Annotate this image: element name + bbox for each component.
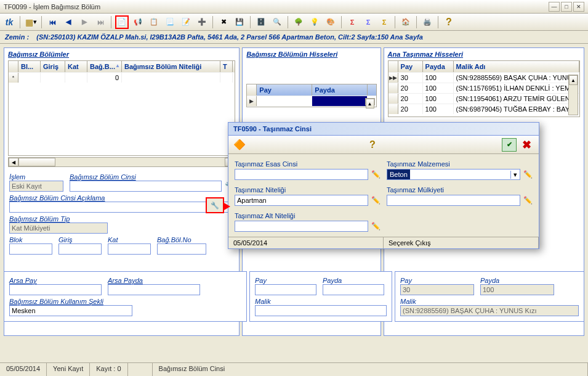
maximize-button[interactable]: □: [561, 2, 572, 12]
doc1-button[interactable]: 📃: [163, 15, 177, 29]
announce-button[interactable]: 📢: [131, 15, 145, 29]
new-record-button[interactable]: 📄: [115, 15, 129, 29]
col-t[interactable]: T: [220, 61, 233, 72]
app-logo-icon: tk: [2, 15, 16, 29]
scroll-up-icon[interactable]: ▲: [569, 75, 578, 85]
palette-button[interactable]: 🎨: [324, 15, 337, 29]
alt-label: Taşınmaz Alt Niteliği: [235, 212, 381, 219]
table-row[interactable]: 20100(SN:11576951) İLHAN DENKLİ : YEME: [389, 83, 579, 93]
alt-field[interactable]: [235, 221, 368, 232]
esas-edit-icon[interactable]: ✏️: [371, 170, 381, 179]
col-bagb[interactable]: Bağ.B...▲: [87, 61, 122, 72]
mulkiyet-edit-icon[interactable]: ✏️: [523, 195, 533, 205]
col-pay[interactable]: Pay: [257, 84, 312, 96]
minimize-button[interactable]: —: [549, 2, 560, 12]
giris-field[interactable]: [58, 243, 102, 255]
esas-label: Taşınmaz Esas Cinsi: [235, 160, 381, 168]
kullanim-field[interactable]: [9, 305, 132, 316]
arsapayda-label: Arsa Payda: [108, 277, 200, 284]
doc2-button[interactable]: 📝: [179, 15, 193, 29]
dropdown-icon[interactable]: ▾: [510, 171, 520, 179]
dialog-title[interactable]: TF0590 - Taşınmaz Cinsi: [228, 123, 539, 136]
dialog-logo-icon: 🔶: [233, 139, 246, 150]
blok-field[interactable]: [9, 243, 52, 255]
nav-prev-button[interactable]: ◀: [62, 15, 75, 29]
dialog-tasinmaz-cinsi: TF0590 - Taşınmaz Cinsi 🔶 ? ✔ ✖ Taşınmaz…: [228, 122, 539, 249]
hscroll[interactable]: ◀ ▶: [8, 157, 235, 167]
grid-row[interactable]: * 0: [9, 72, 235, 83]
arsapayda-field[interactable]: [108, 284, 200, 295]
col-giris[interactable]: Giriş: [41, 61, 65, 72]
bulb-button[interactable]: 💡: [308, 15, 321, 29]
dialog-cancel-button[interactable]: ✖: [519, 138, 534, 152]
grid-bolumler[interactable]: Bl... Giriş Kat Bağ.B...▲ Bağımsız Bölüm…: [8, 60, 235, 156]
sum2-button[interactable]: Σ: [361, 15, 375, 29]
row-indicator: ▶: [247, 96, 257, 106]
grid-row[interactable]: ▶: [247, 96, 376, 106]
vscroll[interactable]: ▲: [365, 98, 375, 105]
grid-hisseler[interactable]: Pay Payda ▶ ▲: [246, 84, 376, 107]
help-button[interactable]: ?: [442, 15, 456, 29]
col-payda[interactable]: Payda: [312, 84, 368, 96]
dialog-toolbar: 🔶 ? ✔ ✖: [228, 136, 539, 154]
tip-field: [9, 223, 108, 234]
bno-field[interactable]: [157, 243, 206, 255]
cinsi-field[interactable]: [70, 181, 222, 192]
table-row[interactable]: 20100(SN:69879045) TUĞBA ERBAY : BAYF: [389, 104, 579, 114]
col-malik[interactable]: Malik Adı: [454, 61, 579, 72]
aciklama-field[interactable]: [9, 202, 234, 213]
dialog-ok-button[interactable]: ✔: [502, 138, 517, 152]
nav-last-button[interactable]: ⏭: [94, 15, 107, 29]
col-payda[interactable]: Payda: [423, 61, 454, 72]
callout-arrow: 🔧: [206, 197, 224, 213]
kat-field[interactable]: [108, 243, 151, 255]
nav-first-button[interactable]: ⏮: [46, 15, 59, 29]
save-button[interactable]: 💾: [233, 15, 246, 29]
table-row[interactable]: ▶30100(SN:92885569) BAŞAK ÇUHA : YUNUS: [389, 72, 579, 83]
alt-edit-icon[interactable]: ✏️: [371, 221, 381, 231]
row-indicator: ▶: [389, 73, 398, 83]
calendar-button[interactable]: ▾: [24, 15, 38, 29]
pay-field[interactable]: [255, 284, 316, 295]
copy-button[interactable]: 📋: [147, 15, 161, 29]
sum3-button[interactable]: Σ: [377, 15, 391, 29]
print-button[interactable]: 🖨️: [421, 15, 434, 29]
nitelik-edit-icon[interactable]: ✏️: [371, 195, 381, 205]
nitelik-label: Taşınmaz Niteliği: [235, 186, 381, 194]
tree-button[interactable]: 🌳: [292, 15, 305, 29]
scroll-left-icon[interactable]: ◀: [9, 158, 18, 166]
scroll-up-icon[interactable]: ▲: [366, 99, 374, 108]
nitelik-field[interactable]: [235, 195, 368, 206]
nav-next-button[interactable]: ▶: [78, 15, 91, 29]
status-bar: 05/05/2014 Yeni Kayıt Kayıt : 0 Bağımsız…: [0, 362, 588, 376]
arsapay-field[interactable]: [9, 284, 102, 295]
col-nitelik[interactable]: Bağımsız Bölüm Niteliği: [122, 61, 220, 72]
status-count: Kayıt : 0: [90, 363, 127, 376]
vscroll[interactable]: ▲: [568, 75, 578, 115]
malzeme-edit-icon[interactable]: ✏️: [523, 170, 533, 179]
kullanim-label: Bağımsız Bölüm Kullanım Şekli: [9, 298, 241, 305]
table-row[interactable]: 20100(SN:11954061) ARZU TEMİR GÜLENÇ: [389, 93, 579, 104]
payda-field[interactable]: [323, 284, 384, 295]
db-button[interactable]: 🗄️: [254, 15, 268, 29]
plus-button[interactable]: ➕: [195, 15, 209, 29]
grid-ana-hisseler[interactable]: Pay Payda Malik Adı ▶30100(SN:92885569) …: [388, 60, 580, 117]
col-kat[interactable]: Kat: [65, 61, 87, 72]
home-button[interactable]: 🏠: [399, 15, 413, 29]
info-label: Zemin :: [5, 33, 29, 41]
esas-field[interactable]: [235, 169, 368, 180]
col-bl[interactable]: Bl...: [18, 61, 41, 72]
row-indicator-head: [247, 84, 257, 96]
malik-field[interactable]: [255, 305, 387, 316]
filter-button[interactable]: 🔍: [270, 15, 284, 29]
malzeme-value: Beton: [387, 170, 410, 179]
payda-field: [480, 284, 554, 295]
close-button[interactable]: ✕: [573, 2, 584, 12]
mulkiyet-field[interactable]: [387, 195, 520, 206]
sum1-button[interactable]: Σ: [345, 15, 359, 29]
delete-button[interactable]: ✖: [217, 15, 230, 29]
col-pay[interactable]: Pay: [398, 61, 423, 72]
hscroll-thumb[interactable]: [18, 158, 55, 166]
dialog-help-button[interactable]: ?: [369, 139, 376, 150]
malik-field: [400, 305, 579, 316]
